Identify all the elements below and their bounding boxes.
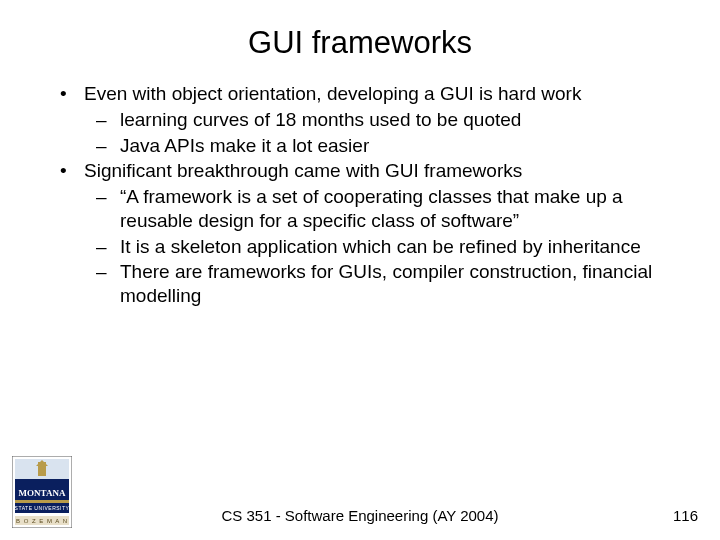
slide: GUI frameworks Even with object orientat… xyxy=(0,0,720,540)
sub-bullet-text: “A framework is a set of cooperating cla… xyxy=(120,186,623,231)
sub-bullet-item: “A framework is a set of cooperating cla… xyxy=(84,185,672,233)
bullet-text: Even with object orientation, developing… xyxy=(84,83,581,104)
logo-top-text: MONTANA xyxy=(19,488,66,498)
sub-bullet-text: There are frameworks for GUIs, compiler … xyxy=(120,261,652,306)
bullet-text: Significant breakthrough came with GUI f… xyxy=(84,160,522,181)
footer-course: CS 351 - Software Engineering (AY 2004) xyxy=(0,507,720,524)
sub-bullet-text: It is a skeleton application which can b… xyxy=(120,236,641,257)
slide-title: GUI frameworks xyxy=(0,25,720,61)
slide-body: Even with object orientation, developing… xyxy=(52,82,672,310)
sub-bullet-item: Java APIs make it a lot easier xyxy=(84,134,672,158)
bullet-item: Significant breakthrough came with GUI f… xyxy=(52,159,672,308)
sub-bullet-item: It is a skeleton application which can b… xyxy=(84,235,672,259)
svg-rect-6 xyxy=(15,500,69,503)
footer-page-number: 116 xyxy=(673,507,698,524)
sub-bullet-text: Java APIs make it a lot easier xyxy=(120,135,369,156)
sub-bullet-text: learning curves of 18 months used to be … xyxy=(120,109,521,130)
sub-bullet-item: learning curves of 18 months used to be … xyxy=(84,108,672,132)
sub-bullet-item: There are frameworks for GUIs, compiler … xyxy=(84,260,672,308)
bullet-item: Even with object orientation, developing… xyxy=(52,82,672,157)
